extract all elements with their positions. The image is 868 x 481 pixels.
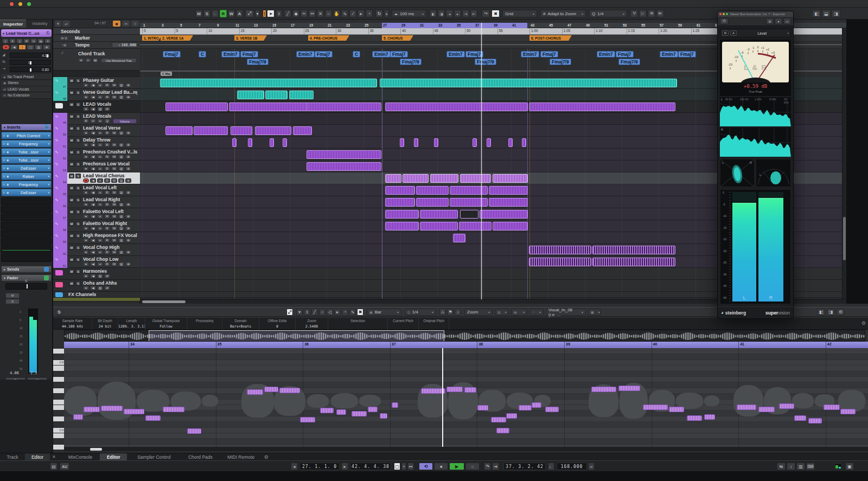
- editor-trim-tool[interactable]: ◁: [327, 309, 333, 316]
- autoscroll-caret[interactable]: ▾: [384, 10, 389, 17]
- automation-l-button[interactable]: L: [212, 10, 219, 17]
- sends-badge[interactable]: [44, 267, 49, 272]
- power-icon[interactable]: ◉: [7, 175, 9, 178]
- track-ctrl-6[interactable]: ⊕: [125, 131, 131, 135]
- audio-event[interactable]: [237, 91, 264, 99]
- audio-event[interactable]: [385, 186, 415, 195]
- track-ctrl-1[interactable]: ◀: [90, 155, 96, 159]
- editor-select-caret[interactable]: ▾: [296, 309, 303, 316]
- track-ctrl-5[interactable]: ▥: [118, 178, 124, 183]
- track-color-band[interactable]: ∿49: [53, 113, 67, 125]
- power-icon[interactable]: ◉: [7, 134, 9, 137]
- preset-caret-icon[interactable]: ▾: [48, 158, 49, 162]
- track-ctrl-5[interactable]: ▥: [118, 226, 124, 230]
- volume-slider[interactable]: 4.06: [10, 53, 51, 58]
- marker-flag-2-verse-1a[interactable]: 2. VERSE 1A: [161, 35, 193, 41]
- snap-type-dropdown[interactable]: Grid▾: [502, 10, 537, 17]
- scale-event-chip[interactable]: C Maj: [161, 72, 172, 76]
- track-row-lead-vocals[interactable]: ∿49MSLEAD VocalsRUe⊒Volume: [53, 113, 140, 125]
- scrollbar-handle[interactable]: [843, 217, 846, 260]
- track-row-lead-vocal-chorus[interactable]: ∿54MSLead Vocal Chorus●◀eRW▥⊕: [53, 172, 140, 184]
- track-ctrl-0[interactable]: ●: [83, 107, 89, 111]
- track-color-band[interactable]: ∿47: [53, 77, 67, 89]
- variaudio-segment[interactable]: [73, 414, 83, 420]
- track-ctrl-3[interactable]: R: [104, 143, 110, 147]
- variaudio-segment[interactable]: [247, 389, 263, 395]
- chord-event-fmaj7[interactable]: Fmaj7: [315, 51, 333, 57]
- bypass-icon[interactable]: ≡: [3, 175, 5, 178]
- track-ctrl-0[interactable]: ●: [83, 250, 89, 254]
- comp-tool[interactable]: ✋: [333, 10, 340, 17]
- insert-empty-slot-5[interactable]: [1, 238, 52, 246]
- insert-slot-tube-ssor-2[interactable]: ≡◉Tube...ssor▾: [1, 148, 52, 156]
- track-btn-row2-5[interactable]: ⊕: [43, 44, 50, 50]
- track-ctrl-6[interactable]: ⊕: [125, 166, 131, 171]
- track-color-band[interactable]: ∿52: [53, 149, 67, 161]
- variaudio-segment[interactable]: [758, 407, 775, 412]
- stop-button[interactable]: ■: [434, 463, 448, 470]
- plugin-traffic-light-1[interactable]: [723, 13, 725, 15]
- bypass-icon[interactable]: ≡: [3, 134, 5, 137]
- info-col-length[interactable]: Length1209. 3. 3.119: [118, 318, 145, 330]
- marker-flag-3-verse-1b[interactable]: 3. VERSE 1B: [234, 35, 267, 41]
- mute-button[interactable]: M: [69, 114, 74, 119]
- nudge-button-5[interactable]: ⊢: [470, 10, 477, 17]
- track-ctrl-2[interactable]: e: [97, 238, 103, 242]
- variaudio-segment[interactable]: [491, 417, 506, 422]
- bottom-tab-midi-remote[interactable]: MIDI Remote: [220, 453, 261, 461]
- audio-event[interactable]: [493, 174, 528, 183]
- audio-event[interactable]: [403, 174, 429, 183]
- track-ctrl-6[interactable]: ⊕: [125, 83, 131, 87]
- variaudio-segment[interactable]: [464, 387, 476, 393]
- editor-h-scrollbar[interactable]: [64, 447, 868, 451]
- audio-event[interactable]: [289, 91, 314, 99]
- variaudio-segment[interactable]: [145, 415, 161, 421]
- marker-flag-4-pre-chorus[interactable]: 4. PRE-CHORUS: [308, 35, 349, 41]
- marker-flag-6-post-chorus[interactable]: 6. POST-CHORUS: [529, 35, 572, 41]
- piano-key-b2[interactable]: [53, 433, 64, 439]
- track-row-falsetto-vocal-left[interactable]: ∿57MSFalsetto Vocal Left●◀eRW▥⊕: [53, 208, 140, 220]
- vertical-scrollbar[interactable]: [842, 28, 846, 299]
- audio-event[interactable]: [385, 174, 401, 183]
- chord-event-fmaj7[interactable]: Fmaj7: [390, 51, 408, 57]
- record-button[interactable]: ○: [465, 463, 480, 470]
- editor-scrub-tool[interactable]: ◔: [342, 309, 348, 316]
- track-ctrl-1[interactable]: ◀: [90, 250, 96, 254]
- audio-event[interactable]: [414, 138, 418, 147]
- editor-overview-strip[interactable]: [64, 330, 865, 342]
- solo-button[interactable]: S: [75, 269, 81, 274]
- track-row-oohs-and-ahhs[interactable]: MSOohs and Ahhs●◀▥⇄: [53, 280, 140, 292]
- track-ctrl-0[interactable]: R: [83, 119, 89, 123]
- variaudio-segment[interactable]: [618, 386, 640, 391]
- info-col-offline-edits[interactable]: Offline Edits0: [259, 318, 296, 330]
- track-ctrl-6[interactable]: ⊕: [125, 155, 131, 159]
- mute-button[interactable]: M: [69, 269, 74, 274]
- track-row-tempo[interactable]: ◔ ▤Tempo▾168.000: [53, 42, 140, 49]
- solo-button[interactable]: S: [75, 78, 81, 83]
- audio-event[interactable]: [232, 138, 237, 147]
- inspector-row-no-extension[interactable]: ⊘No Extension: [1, 93, 52, 99]
- audio-event[interactable]: [165, 102, 228, 111]
- power-icon[interactable]: ◉: [7, 166, 9, 170]
- chord-event-emin7[interactable]: Emin7: [372, 51, 391, 57]
- audio-event[interactable]: [489, 198, 528, 207]
- mute-button[interactable]: M: [69, 162, 74, 166]
- variaudio-segment[interactable]: [794, 415, 806, 421]
- power-icon[interactable]: ◉: [7, 183, 9, 186]
- solo-button[interactable]: S: [75, 162, 81, 166]
- track-ctrl-0[interactable]: ●: [83, 262, 89, 266]
- track-row-high-response-fx-vocal[interactable]: ∿59MSHigh Response FX Vocal●◀eRW▥⊕: [53, 232, 140, 244]
- track-ctrl-3[interactable]: R: [104, 214, 110, 219]
- chord-event-c[interactable]: C: [199, 51, 206, 57]
- mute-button[interactable]: M: [69, 138, 74, 143]
- audio-event[interactable]: [459, 222, 492, 230]
- track-btn-row1-0[interactable]: ▯: [2, 39, 9, 43]
- mute-button[interactable]: M: [69, 78, 74, 83]
- agents-button[interactable]: ▣: [113, 21, 120, 27]
- track-ctrl-1[interactable]: ♬: [85, 58, 91, 62]
- quantize-dropdown[interactable]: Q1/4▾: [589, 10, 627, 17]
- track-color-band[interactable]: ∿57: [53, 208, 67, 220]
- track-ctrl-3[interactable]: R: [104, 166, 110, 171]
- track-ctrl-3[interactable]: R: [104, 202, 110, 207]
- track-ctrl-6[interactable]: ⊕: [125, 262, 131, 266]
